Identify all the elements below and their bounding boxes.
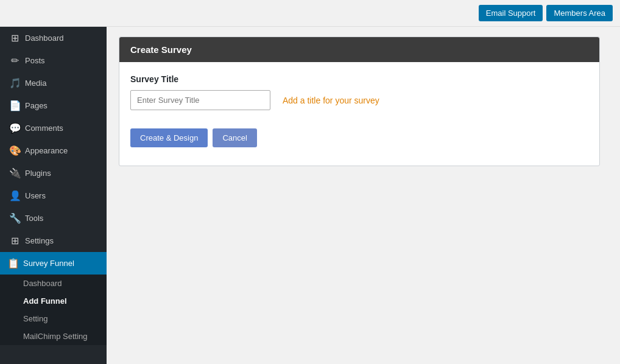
pages-icon: 📄 [9, 100, 20, 111]
card-body: Survey Title Add a title for your survey… [119, 62, 599, 166]
settings-icon: ⊞ [9, 235, 20, 247]
survey-funnel-section: 📋 Survey Funnel Dashboard Add Funnel Set… [0, 252, 107, 345]
users-icon: 👤 [9, 190, 20, 201]
sidebar-item-appearance[interactable]: 🎨 Appearance [0, 139, 107, 162]
sidebar-item-label: Comments [25, 124, 99, 133]
survey-title-row: Add a title for your survey [130, 90, 588, 110]
sidebar: ⊞ Dashboard ✏ Posts 🎵 Media 📄 Pages 💬 Co… [0, 27, 107, 364]
sidebar-item-label: Settings [25, 236, 99, 245]
survey-title-label: Survey Title [130, 74, 588, 84]
create-design-button[interactable]: Create & Design [130, 128, 208, 147]
sidebar-item-users[interactable]: 👤 Users [0, 184, 107, 207]
dashboard-icon: ⊞ [9, 32, 20, 44]
sidebar-item-dashboard[interactable]: ⊞ Dashboard [0, 27, 107, 49]
sidebar-item-label: Plugins [25, 169, 99, 178]
top-bar-buttons: Email Support Members Area [479, 5, 613, 21]
sidebar-item-label: Tools [25, 214, 99, 223]
sidebar-item-label: Pages [25, 101, 99, 110]
sidebar-item-pages[interactable]: 📄 Pages [0, 94, 107, 117]
main-content: Create Survey Survey Title Add a title f… [107, 27, 620, 364]
survey-funnel-label: Survey Funnel [23, 259, 74, 268]
submenu-item-setting[interactable]: Setting [0, 310, 107, 327]
cancel-button[interactable]: Cancel [213, 128, 256, 147]
sidebar-item-settings[interactable]: ⊞ Settings [0, 229, 107, 252]
sidebar-item-label: Dashboard [25, 33, 99, 43]
members-area-button[interactable]: Members Area [546, 5, 613, 21]
sidebar-item-comments[interactable]: 💬 Comments [0, 117, 107, 139]
sidebar-item-label: Appearance [25, 146, 99, 155]
card-header: Create Survey [119, 37, 599, 62]
sidebar-item-label: Users [25, 191, 99, 200]
posts-icon: ✏ [9, 55, 20, 66]
tools-icon: 🔧 [9, 212, 20, 224]
survey-title-input[interactable] [130, 90, 270, 110]
create-survey-card: Create Survey Survey Title Add a title f… [119, 37, 600, 166]
submenu-item-mailchimp[interactable]: MailChimp Setting [0, 327, 107, 345]
submenu-item-add-funnel[interactable]: Add Funnel [0, 292, 107, 310]
top-bar: Email Support Members Area [0, 0, 620, 27]
sidebar-item-media[interactable]: 🎵 Media [0, 72, 107, 94]
card-actions: Create & Design Cancel [130, 128, 588, 147]
email-support-button[interactable]: Email Support [479, 5, 543, 21]
comments-icon: 💬 [9, 122, 20, 134]
submenu-item-dashboard[interactable]: Dashboard [0, 275, 107, 292]
sidebar-item-label: Media [25, 79, 99, 88]
media-icon: 🎵 [9, 77, 20, 89]
plugins-icon: 🔌 [9, 167, 20, 179]
survey-hint: Add a title for your survey [283, 96, 379, 105]
sidebar-item-label: Posts [25, 56, 99, 65]
sidebar-item-plugins[interactable]: 🔌 Plugins [0, 162, 107, 184]
layout: ⊞ Dashboard ✏ Posts 🎵 Media 📄 Pages 💬 Co… [0, 27, 620, 364]
sidebar-item-tools[interactable]: 🔧 Tools [0, 207, 107, 229]
appearance-icon: 🎨 [9, 145, 20, 156]
sidebar-item-posts[interactable]: ✏ Posts [0, 49, 107, 72]
survey-funnel-header[interactable]: 📋 Survey Funnel [0, 252, 107, 275]
survey-funnel-icon: 📋 [7, 257, 18, 269]
